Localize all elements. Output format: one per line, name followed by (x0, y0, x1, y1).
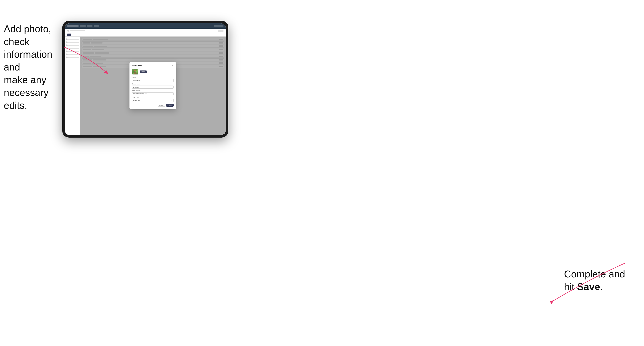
app-content: User details × (65, 36, 226, 135)
app-background: User details × (65, 23, 226, 135)
annotation-right: Complete and hit Save. (564, 268, 625, 293)
nav-item-3 (94, 25, 99, 27)
app-main: User details × (80, 36, 226, 135)
sidebar-icon-4 (66, 47, 68, 49)
sidebar-icon-6 (66, 53, 68, 55)
subheader-breadcrumb (70, 30, 85, 31)
sidebar-row-7 (66, 56, 79, 58)
sidebar-label-5 (68, 51, 79, 52)
tablet-frame: User details × (62, 21, 228, 138)
app-sidebar (65, 36, 80, 135)
sidebar-label-1 (68, 39, 79, 40)
modal-title: User details (132, 65, 142, 67)
sidebar-icon-2 (66, 41, 68, 43)
sidebar-row-3 (66, 44, 79, 46)
nav-item-2 (87, 25, 92, 27)
modal-header: User details × (132, 65, 174, 67)
school-year-label: School Year (132, 97, 174, 98)
sidebar-label-2 (68, 42, 79, 43)
subheader-icon (67, 30, 69, 32)
name-field-group: Name (132, 76, 174, 82)
display-name-label: Display name (132, 83, 174, 85)
toolbar-btn (67, 33, 71, 36)
name-input[interactable] (132, 79, 174, 82)
nav-item-1 (80, 25, 86, 27)
app-logo (67, 25, 78, 27)
sidebar-label-7 (68, 57, 79, 58)
sidebar-label-3 (68, 45, 79, 46)
sidebar-icon-3 (66, 44, 68, 46)
photo-image (132, 69, 138, 74)
display-name-input[interactable] (132, 86, 174, 89)
save-button[interactable]: ↑ Save (166, 104, 174, 107)
sidebar-row-6 (66, 53, 79, 55)
school-year-select-wrapper: × ⌃⌄ (132, 98, 174, 102)
sidebar-icon-5 (66, 50, 68, 52)
save-label: Save (169, 105, 172, 106)
upload-button[interactable]: Upload (140, 70, 147, 73)
select-controls: × ⌃⌄ (171, 99, 173, 101)
sidebar-row-4 (66, 47, 79, 49)
save-icon: ↑ (168, 105, 168, 106)
name-label: Name (132, 76, 174, 78)
display-name-field-group: Display name (132, 83, 174, 89)
close-button[interactable]: × (172, 65, 174, 67)
app-header (65, 23, 226, 29)
modal-footer: Cancel ↑ Save (132, 104, 174, 107)
sidebar-row-2 (66, 41, 79, 43)
sidebar-icon-7 (66, 56, 68, 58)
user-details-modal: User details × (130, 62, 176, 109)
email-input[interactable] (132, 92, 174, 95)
annotation-left: Add photo, check information and make an… (4, 23, 64, 112)
cancel-button[interactable]: Cancel (158, 104, 165, 107)
email-label: Email address (132, 90, 174, 91)
header-right (214, 25, 224, 27)
select-arrow-icon[interactable]: ⌃⌄ (172, 99, 173, 101)
select-clear-button[interactable]: × (171, 100, 172, 101)
app-subheader (65, 29, 226, 33)
sidebar-row-5 (66, 50, 79, 52)
modal-overlay: User details × (80, 36, 226, 135)
school-year-input[interactable] (132, 99, 174, 102)
app-nav (80, 25, 99, 27)
photo-section: Upload (132, 69, 174, 75)
sidebar-label-6 (68, 54, 79, 55)
svg-point-1 (134, 72, 137, 74)
sidebar-label-4 (68, 48, 79, 49)
photo-thumbnail (132, 69, 138, 75)
app-toolbar (65, 33, 226, 36)
subheader-action-btn (218, 30, 224, 32)
email-field-group: Email address (132, 90, 174, 95)
sidebar-icon-1 (66, 38, 68, 40)
tablet-screen: User details × (65, 23, 226, 135)
sidebar-row-1 (66, 38, 79, 40)
person-silhouette-icon (133, 69, 137, 74)
school-year-field-group: School Year × ⌃⌄ (132, 97, 174, 102)
svg-point-0 (134, 70, 136, 71)
